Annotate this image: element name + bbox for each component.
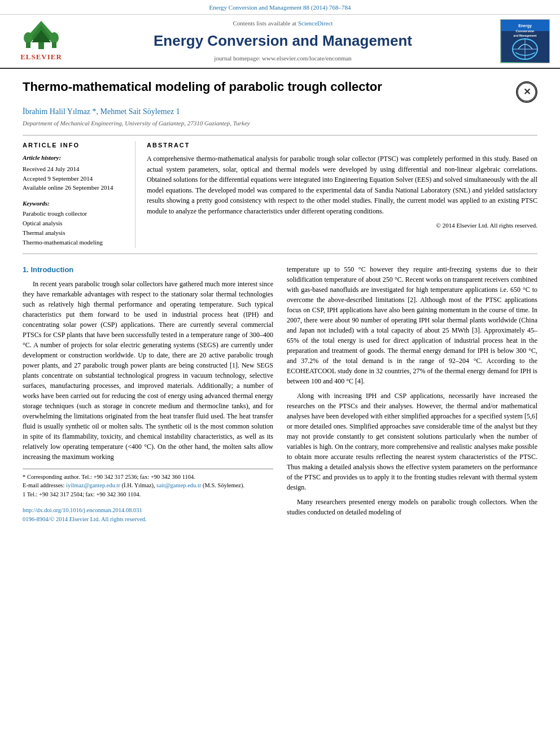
- svg-point-5: [50, 32, 59, 43]
- info-abstract-section: ARTICLE INFO Article history: Received 2…: [23, 141, 537, 248]
- article-info-heading: ARTICLE INFO: [23, 141, 126, 150]
- issn-line: 0196-8904/© 2014 Elsevier Ltd. All right…: [23, 516, 147, 522]
- svg-text:Conversion: Conversion: [515, 29, 534, 33]
- journal-cover-image: Energy Conversion and Management: [500, 19, 550, 63]
- abstract-section: ABSTRACT A comprehensive thermo-mathemat…: [147, 141, 537, 248]
- right-column: temperature up to 550 °C however they re…: [287, 264, 537, 523]
- svg-rect-6: [26, 42, 30, 48]
- list-item: Parabolic trough collector: [23, 209, 126, 219]
- doi-bar: http://dx.doi.org/10.1016/j.enconman.201…: [23, 504, 273, 524]
- authors: İbrahim Halil Yılmaz *, Mehmet Sait Söyl…: [23, 106, 537, 117]
- svg-text:Energy: Energy: [518, 24, 532, 28]
- journal-citation: Energy Conversion and Management 88 (201…: [0, 0, 560, 15]
- abstract-heading: ABSTRACT: [147, 141, 537, 150]
- email2-link[interactable]: sait@gantep.edu.tr: [156, 482, 201, 488]
- journal-header: ELSEVIER Contents lists available at Sci…: [0, 15, 560, 69]
- email-line: E-mail addresses: iyilmaz@gantep.edu.tr …: [23, 481, 273, 490]
- article-info: ARTICLE INFO Article history: Received 2…: [23, 141, 135, 248]
- contents-line: Contents lists available at ScienceDirec…: [78, 19, 488, 28]
- received-date: Received 24 July 2014: [23, 164, 126, 174]
- journal-cover-svg: Energy Conversion and Management: [501, 20, 549, 62]
- corresponding-author: * Corresponding author. Tel.: +90 342 31…: [23, 473, 273, 482]
- svg-rect-7: [52, 42, 56, 48]
- divider-1: [23, 135, 537, 136]
- left-column: 1. Introduction In recent years paraboli…: [23, 264, 273, 523]
- journal-thumbnail: Energy Conversion and Management: [493, 19, 550, 63]
- article-body: Thermo-mathematical modeling of paraboli…: [0, 69, 560, 534]
- history-label: Article history:: [23, 154, 126, 163]
- doi-link[interactable]: http://dx.doi.org/10.1016/j.enconman.201…: [23, 507, 142, 513]
- list-item: Optical analysis: [23, 219, 126, 228]
- svg-text:✕: ✕: [523, 87, 531, 97]
- elsevier-text: ELSEVIER: [20, 52, 62, 63]
- elsevier-tree-icon: [21, 20, 61, 51]
- email1-name: (İ.H. Yılmaz),: [122, 482, 155, 488]
- list-item: Thermo-mathematical modeling: [23, 238, 126, 247]
- publisher-logo-area: ELSEVIER: [10, 20, 72, 63]
- affiliation: Department of Mechanical Engineering, Un…: [23, 119, 537, 128]
- left-para-1: In recent years parabolic trough solar c…: [23, 279, 273, 462]
- journal-homepage: journal homepage: www.elsevier.com/locat…: [78, 54, 488, 63]
- divider-2: [23, 254, 537, 254]
- journal-info-center: Contents lists available at ScienceDirec…: [72, 19, 493, 63]
- journal-citation-text: Energy Conversion and Management 88 (201…: [209, 4, 351, 11]
- keywords-section: Keywords: Parabolic trough collector Opt…: [23, 199, 126, 248]
- article-title-section: Thermo-mathematical modeling of paraboli…: [23, 79, 537, 103]
- abstract-text: A comprehensive thermo-mathematical anal…: [147, 154, 537, 217]
- footnotes: * Corresponding author. Tel.: +90 342 31…: [23, 469, 273, 499]
- right-para-1: temperature up to 550 °C however they re…: [287, 264, 537, 386]
- article-title: Thermo-mathematical modeling of paraboli…: [23, 79, 510, 95]
- journal-title: Energy Conversion and Management: [78, 30, 488, 52]
- email2-name: (M.S. Söylemez).: [203, 482, 244, 488]
- crossmark-icon: ✕: [517, 82, 536, 102]
- svg-point-4: [24, 32, 33, 43]
- keywords-label: Keywords:: [23, 199, 126, 208]
- svg-rect-0: [38, 42, 44, 49]
- section-1-heading: 1. Introduction: [23, 264, 273, 276]
- list-item: Thermal analysis: [23, 229, 126, 238]
- keywords-list: Parabolic trough collector Optical analy…: [23, 209, 126, 247]
- sciencedirect-link[interactable]: ScienceDirect: [298, 20, 333, 27]
- elsevier-logo: ELSEVIER: [20, 20, 62, 63]
- right-para-2: Along with increasing IPH and CSP applic…: [287, 391, 537, 492]
- email1-link[interactable]: iyilmaz@gantep.edu.tr: [66, 482, 120, 488]
- right-para-3: Many researchers presented energy models…: [287, 497, 537, 517]
- available-date: Available online 26 September 2014: [23, 183, 126, 193]
- article-history: Article history: Received 24 July 2014 A…: [23, 154, 126, 192]
- footnote-1: 1 Tel.: +90 342 317 2504; fax: +90 342 3…: [23, 490, 273, 499]
- email-label: E-mail addresses:: [23, 482, 64, 488]
- two-col-content: 1. Introduction In recent years paraboli…: [23, 264, 537, 523]
- crossmark-badge[interactable]: ✕: [516, 81, 537, 103]
- svg-text:and Management: and Management: [513, 34, 536, 37]
- article-content: 1. Introduction In recent years paraboli…: [23, 264, 537, 523]
- copyright: © 2014 Elsevier Ltd. All rights reserved…: [147, 221, 537, 230]
- accepted-date: Accepted 9 September 2014: [23, 174, 126, 184]
